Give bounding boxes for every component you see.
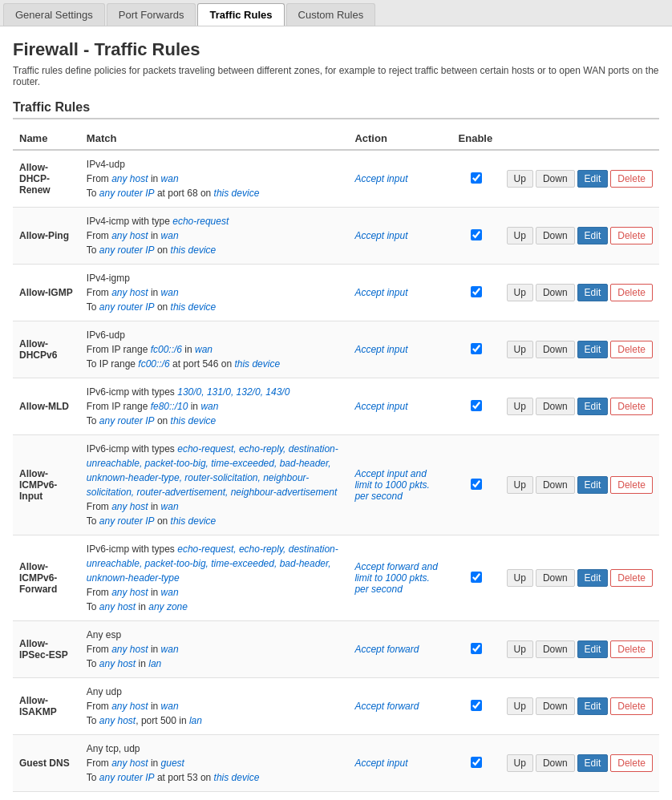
table-header: Name Match Action Enable — [13, 127, 659, 150]
rule-enable — [452, 735, 500, 792]
rule-name: Allow-Ping — [13, 208, 80, 265]
enable-checkbox[interactable] — [471, 700, 482, 711]
down-button[interactable]: Down — [536, 476, 575, 494]
tab-port-forwards[interactable]: Port Forwards — [107, 3, 196, 26]
delete-button[interactable]: Delete — [610, 640, 653, 658]
enable-checkbox[interactable] — [471, 229, 482, 240]
down-button[interactable]: Down — [536, 398, 575, 415]
rule-action: Accept forward — [348, 621, 451, 678]
tab-custom-rules[interactable]: Custom Rules — [286, 3, 376, 26]
rule-match: Any espFrom any host in wanTo any host i… — [80, 621, 349, 678]
delete-button[interactable]: Delete — [610, 398, 653, 415]
rule-enable — [452, 265, 500, 321]
edit-button[interactable]: Edit — [577, 697, 609, 715]
delete-button[interactable]: Delete — [610, 476, 653, 494]
rule-name: Allow-DHCP-Renew — [13, 150, 80, 208]
up-button[interactable]: Up — [507, 697, 533, 715]
button-group: UpDownEditDelete — [507, 476, 653, 494]
table-row: Allow-IGMPIPv4-igmpFrom any host in wanT… — [13, 265, 659, 321]
page-title: Firewall - Traffic Rules — [13, 39, 659, 60]
enable-checkbox[interactable] — [471, 757, 482, 768]
rule-match: IPv6-icmp with types 130/0, 131/0, 132/0… — [80, 378, 349, 435]
main-content: Firewall - Traffic Rules Traffic rules d… — [0, 26, 672, 800]
rule-enable — [452, 321, 500, 378]
delete-button[interactable]: Delete — [610, 284, 653, 301]
rule-action: Accept input — [348, 321, 451, 378]
up-button[interactable]: Up — [507, 284, 533, 301]
up-button[interactable]: Up — [507, 227, 533, 244]
enable-checkbox[interactable] — [471, 343, 482, 354]
up-button[interactable]: Up — [507, 754, 533, 772]
rule-name: Allow-ISAKMP — [13, 678, 80, 735]
col-header-match: Match — [80, 127, 349, 150]
rule-action: Accept input — [348, 150, 451, 208]
down-button[interactable]: Down — [536, 227, 575, 244]
tab-traffic-rules[interactable]: Traffic Rules — [197, 3, 284, 26]
enable-checkbox[interactable] — [471, 572, 482, 583]
edit-button[interactable]: Edit — [577, 227, 609, 244]
enable-checkbox[interactable] — [471, 172, 482, 184]
edit-button[interactable]: Edit — [577, 284, 609, 301]
rule-name: Allow-ICMPv6-Input — [13, 435, 80, 535]
rule-enable — [452, 792, 500, 801]
up-button[interactable]: Up — [507, 341, 533, 358]
rule-match: IPv6-udpFrom IP range fc00::/6 in wanTo … — [80, 321, 349, 378]
rule-match: IPv4-udpFrom any host in wanTo any route… — [80, 150, 349, 208]
down-button[interactable]: Down — [536, 284, 575, 301]
rule-name: Allow-IPSec-ESP — [13, 621, 80, 678]
button-group: UpDownEditDelete — [507, 341, 653, 358]
rule-match: Any udpFrom any host in guestTo any rout… — [80, 792, 349, 801]
rule-match: IPv6-icmp with types echo-request, echo-… — [80, 435, 349, 535]
delete-button[interactable]: Delete — [610, 569, 653, 587]
edit-button[interactable]: Edit — [577, 754, 609, 772]
enable-checkbox[interactable] — [471, 479, 482, 490]
col-header-action: Action — [348, 127, 451, 150]
up-button[interactable]: Up — [507, 640, 533, 658]
edit-button[interactable]: Edit — [577, 569, 609, 587]
rule-name: Allow-IGMP — [13, 265, 80, 321]
rule-match: IPv4-icmp with type echo-requestFrom any… — [80, 208, 349, 265]
edit-button[interactable]: Edit — [577, 341, 609, 358]
edit-button[interactable]: Edit — [577, 476, 609, 494]
button-group: UpDownEditDelete — [507, 569, 653, 587]
delete-button[interactable]: Delete — [610, 754, 653, 772]
delete-button[interactable]: Delete — [610, 341, 653, 358]
down-button[interactable]: Down — [536, 640, 575, 658]
down-button[interactable]: Down — [536, 569, 575, 587]
table-row: Guest DNSAny tcp, udpFrom any host in gu… — [13, 735, 659, 792]
delete-button[interactable]: Delete — [610, 170, 653, 188]
rule-action: Accept forward — [348, 678, 451, 735]
up-button[interactable]: Up — [507, 476, 533, 494]
rule-enable — [452, 678, 500, 735]
edit-button[interactable]: Edit — [577, 398, 609, 415]
col-header-controls — [500, 127, 659, 150]
rule-name: Guest DHCP — [13, 792, 80, 801]
rule-controls: UpDownEditDelete — [500, 150, 659, 208]
rule-action: Accept input — [348, 792, 451, 801]
enable-checkbox[interactable] — [471, 286, 482, 297]
rule-action: Accept input — [348, 265, 451, 321]
down-button[interactable]: Down — [536, 341, 575, 358]
up-button[interactable]: Up — [507, 398, 533, 415]
rule-name: Guest DNS — [13, 735, 80, 792]
rule-controls: UpDownEditDelete — [500, 321, 659, 378]
rule-controls: UpDownEditDelete — [500, 792, 659, 801]
table-row: Allow-IPSec-ESPAny espFrom any host in w… — [13, 621, 659, 678]
delete-button[interactable]: Delete — [610, 227, 653, 244]
delete-button[interactable]: Delete — [610, 697, 653, 715]
up-button[interactable]: Up — [507, 170, 533, 188]
table-row: Allow-ISAKMPAny udpFrom any host in wanT… — [13, 678, 659, 735]
tab-general-settings[interactable]: General Settings — [3, 3, 105, 26]
enable-checkbox[interactable] — [471, 643, 482, 654]
down-button[interactable]: Down — [536, 754, 575, 772]
edit-button[interactable]: Edit — [577, 640, 609, 658]
col-header-name: Name — [13, 127, 80, 150]
up-button[interactable]: Up — [507, 569, 533, 587]
down-button[interactable]: Down — [536, 170, 575, 188]
edit-button[interactable]: Edit — [577, 170, 609, 188]
down-button[interactable]: Down — [536, 697, 575, 715]
rule-enable — [452, 435, 500, 535]
rule-enable — [452, 621, 500, 678]
table-row: Allow-MLDIPv6-icmp with types 130/0, 131… — [13, 378, 659, 435]
enable-checkbox[interactable] — [471, 400, 482, 411]
